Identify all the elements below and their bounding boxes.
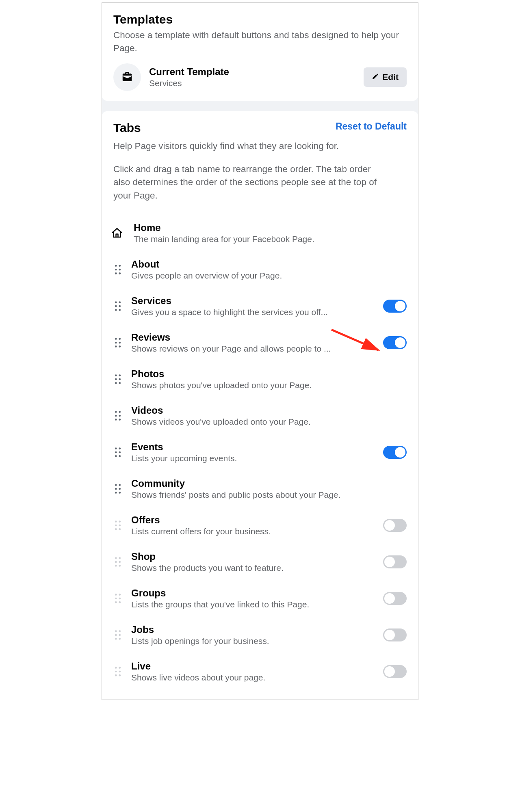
tab-text: PhotosShows photos you've uploaded onto … bbox=[131, 368, 407, 390]
tab-text: HomeThe main landing area for your Faceb… bbox=[134, 222, 407, 244]
drag-handle-icon[interactable] bbox=[113, 447, 122, 458]
toggle-knob bbox=[395, 301, 405, 311]
tab-title: Shop bbox=[131, 551, 374, 562]
svg-point-4 bbox=[115, 272, 117, 274]
current-template-labels: Current Template Services bbox=[149, 66, 355, 88]
tab-toggle-groups[interactable] bbox=[383, 592, 407, 605]
svg-point-71 bbox=[119, 674, 121, 676]
svg-point-55 bbox=[119, 594, 121, 596]
toggle-knob bbox=[384, 557, 395, 567]
svg-point-16 bbox=[115, 346, 117, 348]
tab-row-groups[interactable]: GroupsLists the groups that you've linke… bbox=[113, 580, 407, 617]
svg-point-70 bbox=[115, 674, 117, 676]
tab-row-jobs[interactable]: JobsLists job openings for your business… bbox=[113, 617, 407, 653]
svg-point-19 bbox=[119, 374, 121, 376]
tab-subtitle: Shows reviews on your Page and allows pe… bbox=[131, 344, 374, 354]
tab-title: Jobs bbox=[131, 624, 374, 635]
svg-point-69 bbox=[119, 670, 121, 672]
svg-point-34 bbox=[115, 455, 117, 457]
svg-point-37 bbox=[119, 484, 121, 486]
svg-point-15 bbox=[119, 341, 121, 343]
svg-point-25 bbox=[119, 411, 121, 413]
current-template-row: Current Template Services Edit bbox=[113, 63, 407, 91]
page-settings-panel: Templates Choose a template with default… bbox=[102, 2, 418, 700]
svg-point-35 bbox=[119, 455, 121, 457]
edit-button-label: Edit bbox=[382, 72, 399, 82]
svg-point-67 bbox=[119, 667, 121, 669]
drag-handle-icon[interactable] bbox=[113, 520, 122, 531]
tab-text: JobsLists job openings for your business… bbox=[131, 624, 374, 646]
svg-point-60 bbox=[115, 630, 117, 632]
drag-handle-icon[interactable] bbox=[113, 301, 122, 311]
drag-handle-icon[interactable] bbox=[113, 410, 122, 421]
toggle-knob bbox=[384, 593, 395, 604]
svg-point-0 bbox=[115, 265, 117, 267]
tab-toggle-events[interactable] bbox=[383, 446, 407, 459]
tab-row-live[interactable]: LiveShows live videos about your page. bbox=[113, 653, 407, 690]
tab-text: LiveShows live videos about your page. bbox=[131, 661, 374, 682]
svg-point-27 bbox=[119, 415, 121, 417]
svg-point-22 bbox=[115, 382, 117, 384]
tab-title: About bbox=[131, 259, 407, 270]
drag-handle-icon[interactable] bbox=[113, 557, 122, 567]
svg-point-56 bbox=[115, 597, 117, 599]
tab-row-services[interactable]: ServicesGives you a space to highlight t… bbox=[113, 288, 407, 324]
svg-point-58 bbox=[115, 601, 117, 603]
svg-point-62 bbox=[115, 634, 117, 636]
tab-row-shop[interactable]: ShopShows the products you want to featu… bbox=[113, 544, 407, 580]
tab-text: ServicesGives you a space to highlight t… bbox=[131, 295, 374, 317]
drag-handle-icon[interactable] bbox=[113, 666, 122, 677]
tab-text: CommunityShows friends' posts and public… bbox=[131, 478, 407, 500]
svg-point-41 bbox=[119, 492, 121, 494]
tab-row-videos[interactable]: VideosShows videos you've uploaded onto … bbox=[113, 397, 407, 434]
svg-point-40 bbox=[115, 492, 117, 494]
tab-title: Events bbox=[131, 441, 374, 453]
tab-row-photos[interactable]: PhotosShows photos you've uploaded onto … bbox=[113, 361, 407, 397]
tab-toggle-shop[interactable] bbox=[383, 555, 407, 568]
tab-row-events[interactable]: EventsLists your upcoming events. bbox=[113, 434, 407, 471]
tabs-card: Tabs Reset to Default Help Page visitors… bbox=[102, 111, 418, 700]
svg-point-47 bbox=[119, 528, 121, 530]
tab-toggle-reviews[interactable] bbox=[383, 336, 407, 349]
reset-to-default-link[interactable]: Reset to Default bbox=[336, 121, 407, 132]
tab-row-community[interactable]: CommunityShows friends' posts and public… bbox=[113, 471, 407, 507]
toggle-knob bbox=[384, 520, 395, 531]
svg-point-10 bbox=[115, 309, 117, 311]
tab-subtitle: Shows the products you want to feature. bbox=[131, 563, 374, 573]
tab-text: AboutGives people an overview of your Pa… bbox=[131, 259, 407, 281]
svg-point-7 bbox=[119, 301, 121, 303]
tab-toggle-offers[interactable] bbox=[383, 519, 407, 532]
tab-toggle-jobs[interactable] bbox=[383, 628, 407, 641]
drag-handle-icon[interactable] bbox=[113, 630, 122, 640]
tab-title: Community bbox=[131, 478, 407, 489]
svg-point-54 bbox=[115, 594, 117, 596]
svg-point-18 bbox=[115, 374, 117, 376]
tab-row-reviews[interactable]: ReviewsShows reviews on your Page and al… bbox=[113, 324, 407, 361]
toggle-knob bbox=[384, 666, 395, 677]
drag-handle-icon[interactable] bbox=[113, 337, 122, 348]
svg-point-24 bbox=[115, 411, 117, 413]
tab-text: ReviewsShows reviews on your Page and al… bbox=[131, 332, 374, 354]
svg-point-17 bbox=[119, 346, 121, 348]
current-template-label: Current Template bbox=[149, 66, 355, 78]
svg-point-38 bbox=[115, 488, 117, 490]
drag-handle-icon[interactable] bbox=[113, 264, 122, 275]
svg-point-52 bbox=[115, 565, 117, 567]
tab-toggle-services[interactable] bbox=[383, 300, 407, 313]
tab-toggle-live[interactable] bbox=[383, 665, 407, 678]
svg-point-31 bbox=[119, 447, 121, 449]
drag-handle-icon[interactable] bbox=[113, 484, 122, 494]
drag-handle-icon[interactable] bbox=[113, 374, 122, 384]
svg-point-14 bbox=[115, 341, 117, 343]
svg-point-46 bbox=[115, 528, 117, 530]
svg-point-51 bbox=[119, 561, 121, 563]
tab-row-about[interactable]: AboutGives people an overview of your Pa… bbox=[113, 251, 407, 288]
tab-row-offers[interactable]: OffersLists current offers for your busi… bbox=[113, 507, 407, 544]
tab-subtitle: Gives you a space to highlight the servi… bbox=[131, 307, 374, 317]
svg-point-39 bbox=[119, 488, 121, 490]
svg-point-6 bbox=[115, 301, 117, 303]
svg-point-53 bbox=[119, 565, 121, 567]
edit-template-button[interactable]: Edit bbox=[364, 67, 407, 87]
drag-handle-icon[interactable] bbox=[113, 593, 122, 604]
tab-subtitle: Shows videos you've uploaded onto your P… bbox=[131, 417, 407, 427]
